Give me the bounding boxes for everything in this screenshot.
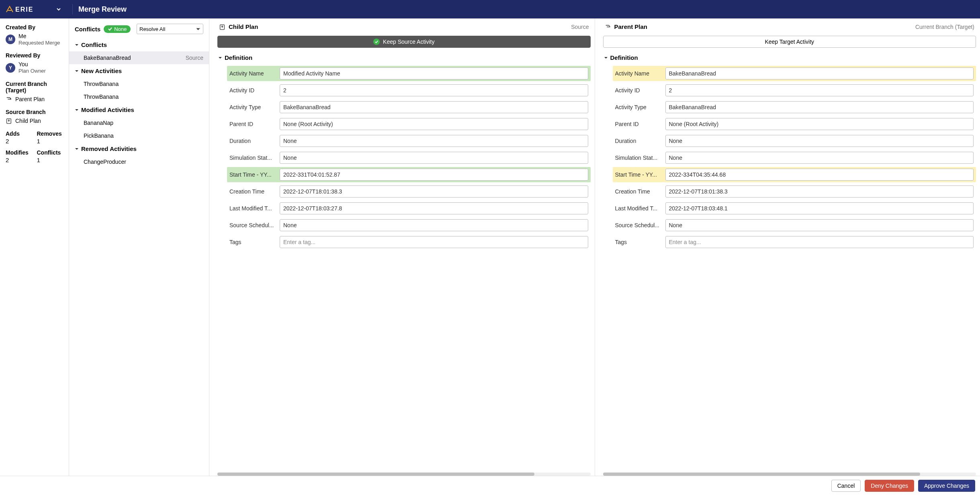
svg-text:ERIE: ERIE: [15, 6, 33, 13]
item-name: PickBanana: [84, 132, 114, 139]
field-label: Start Time - YY...: [229, 171, 276, 178]
top-bar: ERIE Merge Review: [0, 0, 980, 18]
list-item[interactable]: ThrowBanana: [69, 90, 209, 103]
field-input[interactable]: None: [665, 219, 974, 231]
source-branch-value: Child Plan: [15, 118, 41, 124]
section-conflicts[interactable]: Conflicts: [69, 38, 209, 51]
field-label: Simulation Stat...: [615, 155, 661, 161]
field-row: Start Time - YY...2022-331T04:01:52.87: [227, 167, 591, 182]
keep-target-button[interactable]: Keep Target Activity: [603, 36, 976, 48]
item-tag: Source: [186, 55, 203, 61]
list-item[interactable]: BananaNap: [69, 116, 209, 129]
item-name: ChangeProducer: [84, 159, 126, 165]
field-input[interactable]: BakeBananaBread: [280, 101, 588, 113]
section-label: Removed Activities: [81, 145, 137, 152]
conflicts-value: 1: [37, 157, 63, 163]
field-label: Tags: [615, 239, 661, 245]
keep-source-button[interactable]: Keep Source Activity: [217, 36, 591, 48]
field-row: Activity NameModified Activity Name: [227, 66, 591, 81]
section-new[interactable]: New Activities: [69, 64, 209, 77]
horizontal-scrollbar[interactable]: [603, 473, 976, 476]
field-input[interactable]: BakeBananaBread: [665, 101, 974, 113]
field-label: Duration: [229, 138, 276, 144]
conflicts-badge: None: [104, 25, 131, 33]
field-input[interactable]: None (Root Activity): [665, 118, 974, 130]
removes-label: Removes: [37, 130, 63, 137]
field-row: Source Schedul...None: [227, 218, 591, 233]
section-label: New Activities: [81, 67, 122, 74]
definition-header[interactable]: Definition: [213, 50, 595, 64]
check-circle-icon: [373, 39, 380, 45]
resolve-all-select[interactable]: Resolve All: [137, 24, 203, 34]
field-input[interactable]: None: [665, 152, 974, 164]
field-input[interactable]: 2022-12-07T18:03:27.8: [280, 202, 588, 214]
field-label: Start Time - YY...: [615, 171, 661, 178]
field-row: Last Modified T...2022-12-07T18:03:27.8: [227, 201, 591, 216]
approve-changes-button[interactable]: Approve Changes: [918, 480, 975, 492]
chevron-down-icon: [604, 56, 608, 60]
field-label: Activity ID: [615, 87, 661, 94]
header-divider: [72, 4, 73, 14]
field-input[interactable]: 2022-334T04:35:44.68: [665, 169, 974, 181]
field-input[interactable]: 2: [665, 84, 974, 96]
section-removed[interactable]: Removed Activities: [69, 142, 209, 155]
field-input[interactable]: 2: [280, 84, 588, 96]
field-input[interactable]: None: [280, 219, 588, 231]
app-logo[interactable]: ERIE: [6, 6, 61, 13]
field-input[interactable]: 2022-12-07T18:01:38.3: [665, 185, 974, 198]
horizontal-scrollbar[interactable]: [217, 473, 591, 476]
item-name: BakeBananaBread: [84, 55, 131, 61]
field-input[interactable]: Modified Activity Name: [280, 67, 588, 79]
branch-icon: [6, 96, 12, 102]
field-label: Parent ID: [615, 121, 661, 127]
conflicts-title: Conflicts: [75, 26, 100, 33]
field-input[interactable]: Enter a tag...: [280, 236, 588, 248]
list-item[interactable]: ThrowBanana: [69, 77, 209, 90]
field-row: DurationNone: [613, 133, 976, 149]
field-label: Activity Name: [229, 70, 276, 77]
chevron-down-icon: [75, 69, 79, 73]
field-row: Simulation Stat...None: [613, 150, 976, 165]
field-label: Activity ID: [229, 87, 276, 94]
section-modified[interactable]: Modified Activities: [69, 103, 209, 116]
mid-panel: Conflicts None Resolve All ConflictsBake…: [69, 19, 209, 476]
list-item[interactable]: BakeBananaBreadSource: [69, 51, 209, 64]
field-label: Activity Type: [229, 104, 276, 110]
field-input[interactable]: Enter a tag...: [665, 236, 974, 248]
page-title: Merge Review: [78, 5, 127, 14]
section-label: Modified Activities: [81, 106, 134, 113]
avatar: Y: [6, 63, 15, 73]
deny-changes-button[interactable]: Deny Changes: [865, 480, 914, 492]
field-label: Simulation Stat...: [229, 155, 276, 161]
field-row: TagsEnter a tag...: [613, 234, 976, 250]
field-input[interactable]: None: [665, 135, 974, 147]
field-input[interactable]: BakeBananaBread: [665, 67, 974, 79]
created-by-label: Created By: [6, 24, 63, 31]
removes-value: 1: [37, 138, 63, 145]
adds-label: Adds: [6, 130, 32, 137]
field-row: Source Schedul...None: [613, 218, 976, 233]
field-input[interactable]: None: [280, 135, 588, 147]
field-input[interactable]: None: [280, 152, 588, 164]
field-row: Parent IDNone (Root Activity): [613, 116, 976, 132]
list-item[interactable]: PickBanana: [69, 129, 209, 142]
field-input[interactable]: None (Root Activity): [280, 118, 588, 130]
list-item[interactable]: ChangeProducer: [69, 155, 209, 168]
item-name: ThrowBanana: [84, 94, 119, 100]
upload-doc-icon: [6, 118, 12, 124]
main-area: Created By M Me Requested Merge Reviewed…: [0, 18, 980, 476]
field-label: Creation Time: [615, 188, 661, 195]
definition-header[interactable]: Definition: [599, 50, 980, 64]
chevron-down-icon: [218, 56, 222, 60]
field-label: Duration: [615, 138, 661, 144]
field-input[interactable]: 2022-331T04:01:52.87: [280, 169, 588, 181]
source-tag: Source: [571, 24, 589, 30]
chevron-down-icon: [56, 7, 61, 12]
left-panel: Created By M Me Requested Merge Reviewed…: [0, 18, 69, 476]
bottom-bar: Cancel Deny Changes Approve Changes: [0, 476, 980, 495]
source-title: Child Plan: [229, 23, 258, 30]
field-input[interactable]: 2022-12-07T18:03:48.1: [665, 202, 974, 214]
field-input[interactable]: 2022-12-07T18:01:38.3: [280, 185, 588, 198]
cancel-button[interactable]: Cancel: [831, 480, 861, 492]
target-column: Parent Plan Current Branch (Target) Keep…: [599, 18, 980, 476]
